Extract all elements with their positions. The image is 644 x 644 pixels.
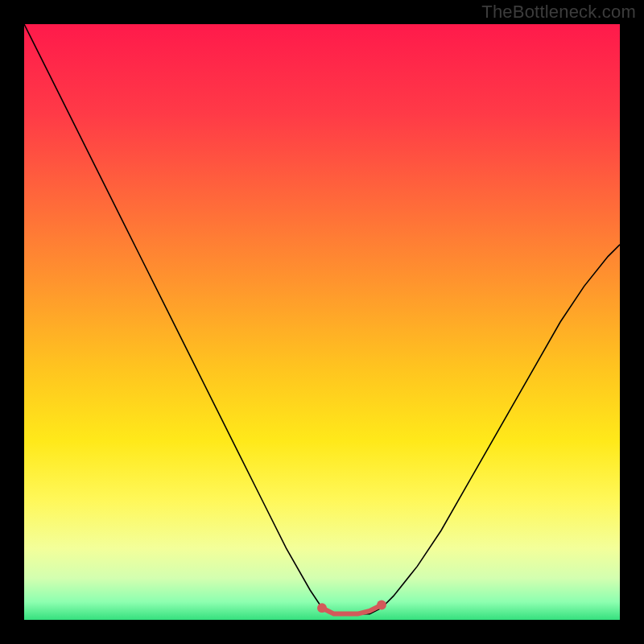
chart-frame: TheBottleneck.com: [0, 0, 644, 644]
main-curve: [24, 24, 620, 614]
valley-cap-right: [377, 601, 386, 610]
plot-area: [24, 24, 620, 620]
watermark-text: TheBottleneck.com: [481, 2, 636, 23]
curve-layer: [24, 24, 620, 620]
valley-cap-left: [317, 603, 327, 613]
